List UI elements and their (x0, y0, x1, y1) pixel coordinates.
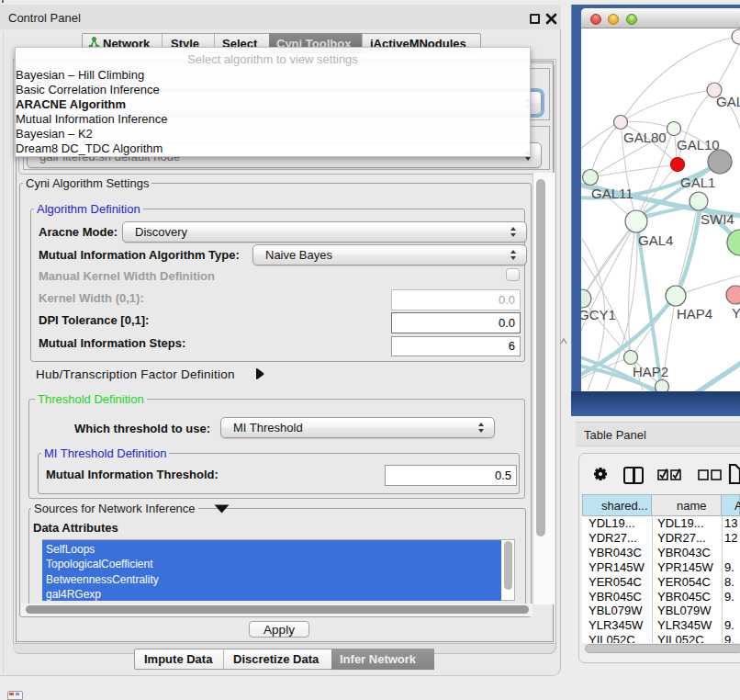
svg-text:GAL7: GAL7 (716, 94, 740, 109)
svg-text:GAL1: GAL1 (680, 175, 715, 190)
svg-text:GCY1: GCY1 (581, 307, 616, 322)
svg-text:HAP2: HAP2 (633, 364, 668, 379)
svg-text:GAL11: GAL11 (591, 186, 633, 201)
svg-text:SWI4: SWI4 (701, 211, 734, 227)
svg-text:GAL4: GAL4 (638, 232, 673, 248)
svg-text:GAL10: GAL10 (677, 137, 720, 152)
svg-text:GAL80: GAL80 (623, 130, 667, 145)
svg-text:Y: Y (732, 305, 740, 321)
svg-text:HAP4: HAP4 (677, 306, 712, 322)
